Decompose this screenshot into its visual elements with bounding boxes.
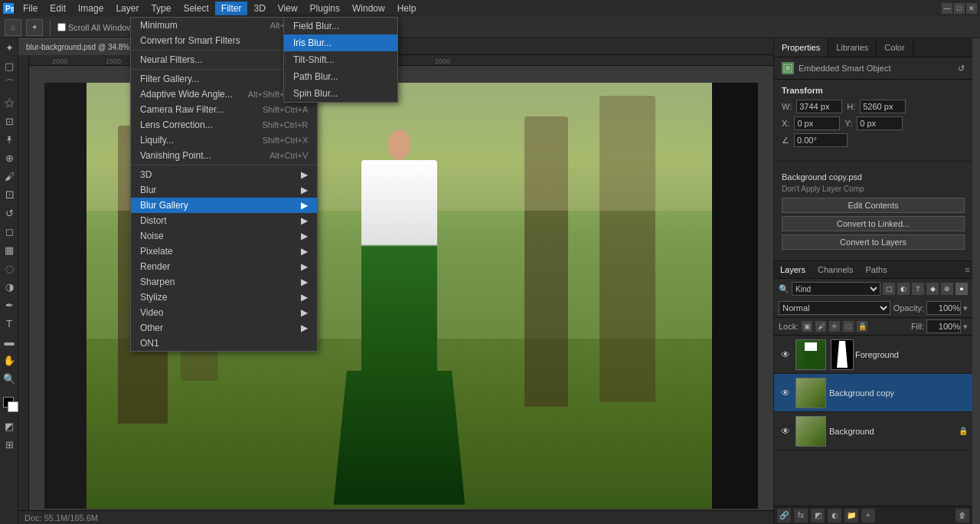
menu-image[interactable]: Image — [72, 2, 109, 15]
add-adjustment-btn[interactable]: ◐ — [828, 509, 841, 522]
screen-mode[interactable]: ⊞ — [0, 435, 18, 454]
tab-libraries[interactable]: Libraries — [828, 38, 877, 57]
text-filter-btn[interactable]: T — [912, 283, 924, 295]
brush-tool[interactable]: 🖌 — [0, 167, 18, 185]
text-tool[interactable]: T — [0, 314, 18, 332]
width-input[interactable] — [796, 100, 842, 113]
tab-color[interactable]: Color — [877, 38, 913, 57]
tab-properties[interactable]: Properties — [774, 38, 828, 57]
crop-tool[interactable]: ⊡ — [0, 112, 18, 130]
add-mask-btn[interactable]: ◩ — [811, 509, 825, 522]
filter-render[interactable]: Render ▶ — [131, 259, 317, 274]
add-folder-btn[interactable]: 📁 — [844, 509, 858, 522]
lock-image-btn[interactable]: 🖌 — [815, 321, 826, 332]
restore-btn[interactable]: □ — [954, 3, 965, 14]
submenu-field-blur[interactable]: Field Blur... — [284, 18, 397, 34]
move-tool[interactable]: ✦ — [0, 38, 18, 57]
background-color[interactable] — [8, 401, 18, 412]
tab-paths[interactable]: Paths — [860, 261, 893, 278]
close-btn[interactable]: ✕ — [966, 3, 977, 14]
fill-input[interactable] — [926, 319, 961, 333]
layer-item-foreground[interactable]: 👁 Foreground — [774, 336, 972, 374]
link-layers-btn[interactable]: 🔗 — [777, 509, 791, 522]
filter-stylize[interactable]: Stylize ▶ — [131, 290, 317, 305]
convert-layers-btn[interactable]: Convert to Layers — [782, 234, 965, 250]
menu-file[interactable]: File — [17, 2, 44, 15]
menu-type[interactable]: Type — [145, 2, 177, 15]
lock-position-btn[interactable]: ✛ — [829, 321, 840, 332]
scroll-all-checkbox[interactable]: Scroll All Windows — [57, 23, 137, 32]
submenu-spin-blur[interactable]: Spin Blur... — [284, 85, 397, 102]
filter-vanishing-point[interactable]: Vanishing Point... Alt+Ctrl+V — [131, 148, 317, 163]
mask-toggle[interactable]: ◩ — [0, 417, 18, 435]
filter-noise[interactable]: Noise ▶ — [131, 228, 317, 244]
submenu-tilt-shift[interactable]: Tilt-Shift... — [284, 51, 397, 68]
menu-edit[interactable]: Edit — [44, 2, 72, 15]
eye-background-copy[interactable]: 👁 — [779, 386, 792, 400]
pixel-filter-btn[interactable]: ▢ — [883, 283, 895, 295]
layer-item-background[interactable]: 👁 Background 🔒 — [774, 412, 972, 450]
add-style-btn[interactable]: fx — [794, 509, 808, 522]
refresh-btn[interactable]: ↺ — [958, 64, 965, 74]
lock-transparent-btn[interactable]: ▣ — [802, 321, 812, 332]
eye-background[interactable]: 👁 — [779, 424, 792, 438]
history-tool[interactable]: ↺ — [0, 204, 18, 222]
filter-lens-correction[interactable]: Lens Correction... Shift+Ctrl+R — [131, 117, 317, 133]
lock-artboard-btn[interactable]: □ — [843, 321, 854, 332]
eye-foreground[interactable]: 👁 — [779, 348, 792, 362]
layers-menu-btn[interactable]: ≡ — [963, 263, 972, 277]
tool-options[interactable]: ✦ — [26, 19, 43, 36]
x-input[interactable] — [794, 116, 840, 130]
lasso-tool[interactable]: ⌒ — [0, 75, 18, 93]
gradient-tool[interactable]: ▦ — [0, 241, 18, 259]
smart-filter-btn[interactable]: ⊕ — [941, 283, 953, 295]
filter-liquify[interactable]: Liquify... Shift+Ctrl+X — [131, 133, 317, 148]
home-btn[interactable]: ⌂ — [5, 19, 21, 36]
zoom-tool[interactable]: 🔍 — [0, 369, 18, 388]
menu-filter[interactable]: Filter — [215, 2, 248, 15]
menu-window[interactable]: Window — [346, 2, 391, 15]
filter-video[interactable]: Video ▶ — [131, 305, 317, 320]
shape-tool[interactable]: ▬ — [0, 332, 18, 351]
layer-item-background-copy[interactable]: 👁 Background copy — [774, 374, 972, 412]
y-input[interactable] — [857, 116, 903, 130]
selection-tool[interactable]: ▢ — [0, 57, 18, 75]
adjustment-filter-btn[interactable]: ◐ — [897, 283, 910, 295]
opacity-arrow[interactable]: ▾ — [963, 303, 968, 313]
delete-layer-btn[interactable]: 🗑 — [956, 509, 969, 522]
dodge-tool[interactable]: ◑ — [0, 277, 18, 296]
eyedropper-tool[interactable]: 🖈 — [0, 130, 18, 149]
filter-toggle-btn[interactable]: ● — [956, 283, 968, 295]
convert-linked-btn[interactable]: Convert to Linked... — [782, 216, 965, 231]
filter-sharpen[interactable]: Sharpen ▶ — [131, 274, 317, 290]
menu-layer[interactable]: Layer — [109, 2, 145, 15]
filter-pixelate[interactable]: Pixelate ▶ — [131, 244, 317, 259]
filter-3d[interactable]: 3D ▶ — [131, 167, 317, 182]
filter-blur-gallery[interactable]: Blur Gallery ▶ — [131, 198, 317, 213]
magic-wand-tool[interactable]: ⚝ — [0, 93, 18, 112]
blur-tool[interactable]: ◌ — [0, 259, 18, 277]
menu-3d[interactable]: 3D — [247, 2, 271, 15]
pen-tool[interactable]: ✒ — [0, 296, 18, 314]
height-input[interactable] — [860, 100, 906, 113]
lock-all-btn[interactable]: 🔒 — [857, 321, 867, 332]
healing-tool[interactable]: ⊕ — [0, 149, 18, 167]
rotation-input[interactable] — [794, 133, 848, 147]
opacity-input[interactable] — [926, 301, 961, 315]
menu-plugins[interactable]: Plugins — [304, 2, 346, 15]
filter-on1[interactable]: ON1 — [131, 336, 317, 351]
minimize-btn[interactable]: — — [942, 3, 952, 14]
blend-mode-select[interactable]: Normal — [779, 301, 890, 315]
submenu-path-blur[interactable]: Path Blur... — [284, 68, 397, 85]
submenu-iris-blur[interactable]: Iris Blur... — [284, 34, 397, 51]
edit-contents-btn[interactable]: Edit Contents — [782, 198, 965, 213]
filter-blur[interactable]: Blur ▶ — [131, 182, 317, 198]
menu-help[interactable]: Help — [391, 2, 423, 15]
fill-arrow[interactable]: ▾ — [963, 322, 968, 332]
clone-tool[interactable]: ⚀ — [0, 185, 18, 204]
menu-view[interactable]: View — [272, 2, 304, 15]
menu-select[interactable]: Select — [177, 2, 214, 15]
filter-distort[interactable]: Distort ▶ — [131, 213, 317, 228]
filter-other[interactable]: Other ▶ — [131, 320, 317, 336]
tab-channels[interactable]: Channels — [812, 261, 859, 278]
